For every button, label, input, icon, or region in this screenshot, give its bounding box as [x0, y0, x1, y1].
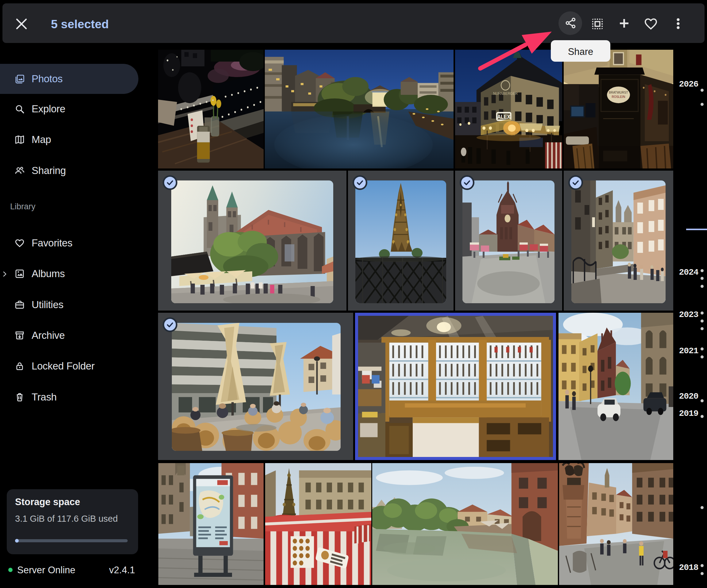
svg-text:NURNBERGER: NURNBERGER [493, 92, 517, 96]
svg-text:BRATWURST: BRATWURST [609, 91, 628, 94]
svg-text:ROSLEIN: ROSLEIN [612, 95, 626, 98]
